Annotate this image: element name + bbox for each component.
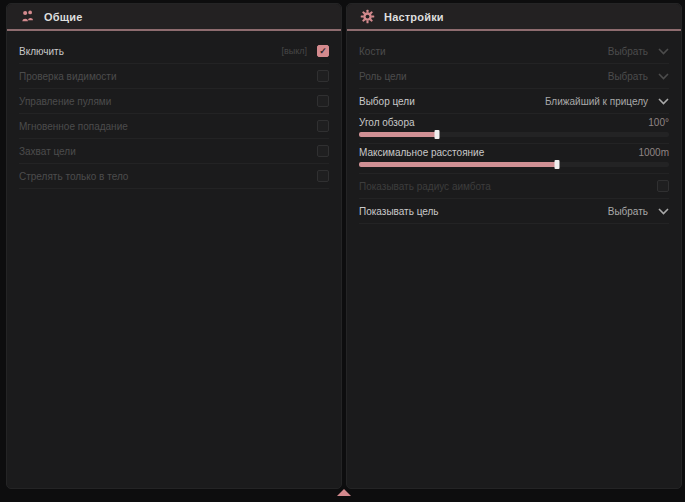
- dropdown-value: Выбрать: [608, 206, 648, 217]
- row-label: Мгновенное попадание: [19, 121, 128, 132]
- state-badge: [выкл]: [281, 46, 307, 56]
- instant-hit-checkbox[interactable]: [317, 120, 329, 132]
- target-role-dropdown[interactable]: Выбрать: [608, 71, 669, 82]
- row-label: Кости: [359, 46, 386, 57]
- row-label: Показывать цель: [359, 206, 439, 217]
- row-bones[interactable]: Кости Выбрать: [359, 39, 669, 64]
- row-label: Максимальное расстояние: [359, 147, 484, 158]
- group-icon: [20, 9, 35, 24]
- settings-rows: Кости Выбрать Роль цели Выбрать Выбор це…: [347, 31, 681, 224]
- row-instant-hit[interactable]: Мгновенное попадание: [19, 114, 329, 139]
- show-target-dropdown[interactable]: Выбрать: [608, 206, 669, 217]
- panel-title: Настройки: [384, 11, 444, 23]
- row-label: Стрелять только в тело: [19, 171, 128, 182]
- body-only-checkbox[interactable]: [317, 170, 329, 182]
- row-target-lock[interactable]: Захват цели: [19, 139, 329, 164]
- slider-fill: [359, 162, 557, 167]
- row-label: Включить: [19, 46, 64, 57]
- aimbot-radius-checkbox[interactable]: [657, 180, 669, 192]
- row-show-target[interactable]: Показывать цель Выбрать: [359, 199, 669, 224]
- dropdown-value: Выбрать: [608, 71, 648, 82]
- row-show-aimbot-radius[interactable]: Показывать радиус аимбота: [359, 174, 669, 199]
- row-target-selection[interactable]: Выбор цели Ближайший к прицелу: [359, 89, 669, 114]
- target-selection-dropdown[interactable]: Ближайший к прицелу: [545, 96, 669, 107]
- enable-checkbox[interactable]: ✓: [317, 45, 329, 57]
- max-distance-slider[interactable]: [359, 162, 669, 167]
- row-fov[interactable]: Угол обзора 100°: [359, 114, 669, 144]
- panel-settings-header[interactable]: Настройки: [347, 4, 681, 31]
- bones-dropdown[interactable]: Выбрать: [608, 46, 669, 57]
- row-label: Угол обзора: [359, 117, 415, 128]
- slider-header: Угол обзора 100°: [359, 117, 669, 128]
- row-label: Роль цели: [359, 71, 407, 82]
- row-label: Управление пулями: [19, 96, 111, 107]
- dropdown-value: Ближайший к прицелу: [545, 96, 648, 107]
- row-label: Показывать радиус аимбота: [359, 181, 491, 192]
- row-controls: [выкл] ✓: [281, 45, 329, 57]
- panel-settings: Настройки Кости Выбрать Роль цели Выбрат…: [346, 3, 682, 489]
- row-enable[interactable]: Включить [выкл] ✓: [19, 39, 329, 64]
- slider-fill: [359, 132, 437, 137]
- panel-general-header[interactable]: Общие: [7, 4, 341, 31]
- slider-handle[interactable]: [434, 130, 439, 139]
- slider-value: 100°: [648, 117, 669, 128]
- row-visibility-check[interactable]: Проверка видимости: [19, 64, 329, 89]
- visibility-checkbox[interactable]: [317, 70, 329, 82]
- row-target-role[interactable]: Роль цели Выбрать: [359, 64, 669, 89]
- bullet-control-checkbox[interactable]: [317, 95, 329, 107]
- fov-slider[interactable]: [359, 132, 669, 137]
- check-icon: ✓: [319, 47, 327, 56]
- chevron-down-icon: [658, 208, 669, 215]
- panel-title: Общие: [44, 11, 83, 23]
- general-rows: Включить [выкл] ✓ Проверка видимости Упр…: [7, 31, 341, 189]
- row-max-distance[interactable]: Максимальное расстояние 1000m: [359, 144, 669, 174]
- row-bullet-control[interactable]: Управление пулями: [19, 89, 329, 114]
- row-body-only[interactable]: Стрелять только в тело: [19, 164, 329, 189]
- chevron-down-icon: [658, 98, 669, 105]
- chevron-down-icon: [658, 48, 669, 55]
- scroll-up-indicator[interactable]: [337, 489, 351, 496]
- row-label: Проверка видимости: [19, 71, 117, 82]
- slider-value: 1000m: [638, 147, 669, 158]
- dropdown-value: Выбрать: [608, 46, 648, 57]
- row-label: Захват цели: [19, 146, 76, 157]
- target-lock-checkbox[interactable]: [317, 145, 329, 157]
- slider-handle[interactable]: [555, 160, 560, 169]
- slider-header: Максимальное расстояние 1000m: [359, 147, 669, 158]
- chevron-down-icon: [658, 73, 669, 80]
- panel-general: Общие Включить [выкл] ✓ Проверка видимос…: [6, 3, 342, 489]
- gear-icon: [360, 9, 375, 24]
- row-label: Выбор цели: [359, 96, 415, 107]
